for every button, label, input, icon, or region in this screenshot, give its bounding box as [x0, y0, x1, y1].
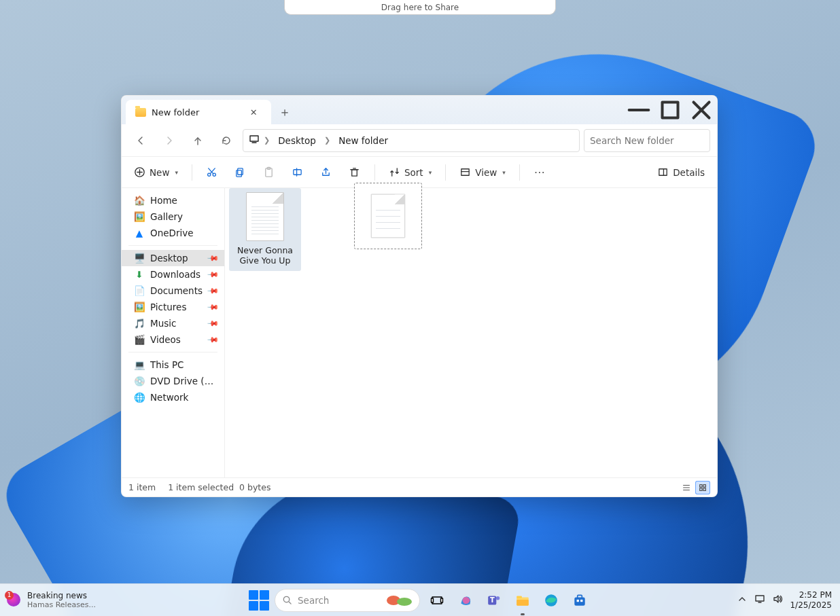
news-headline: Breaking news: [27, 591, 96, 600]
system-tray[interactable]: [737, 594, 783, 606]
cloud-icon: ▲: [134, 228, 145, 238]
chevron-down-icon: ▾: [502, 169, 506, 176]
breadcrumb[interactable]: ❯ Desktop ❯ New folder: [243, 129, 580, 152]
paste-button[interactable]: [256, 161, 282, 184]
back-button[interactable]: [128, 128, 153, 153]
file-item[interactable]: Never Gonna Give You Up: [229, 188, 301, 271]
details-view-toggle[interactable]: [679, 481, 694, 494]
chevron-right-icon[interactable]: ❯: [323, 136, 332, 145]
pc-icon: 💻: [134, 359, 145, 370]
maximize-button[interactable]: [654, 96, 686, 124]
videos-icon: 🎬: [134, 334, 145, 345]
network-icon: 🌐: [134, 392, 145, 403]
status-item-count: 1 item: [128, 482, 156, 492]
desktop-icon: 🖥️: [134, 253, 145, 264]
window-tab[interactable]: New folder ✕: [126, 100, 271, 124]
svg-rect-28: [659, 169, 667, 175]
minimize-button[interactable]: [623, 96, 654, 124]
chevron-down-icon: ▾: [429, 169, 432, 176]
sidebar-item-thispc[interactable]: 💻This PC: [122, 357, 224, 373]
search-input[interactable]: [590, 135, 706, 146]
sort-button[interactable]: Sort ▾: [382, 161, 438, 184]
news-subhead: Hamas Releases...: [27, 600, 96, 609]
pin-icon: 📌: [206, 251, 219, 264]
sidebar-item-home[interactable]: 🏠Home: [122, 192, 224, 209]
folder-icon: [135, 108, 146, 117]
svg-text:T: T: [490, 596, 495, 604]
delete-button[interactable]: [342, 161, 368, 184]
news-badge: 1: [5, 591, 14, 600]
file-explorer-button[interactable]: [511, 589, 534, 612]
taskbar-search[interactable]: Search: [275, 589, 420, 612]
store-button[interactable]: [568, 589, 591, 612]
cut-button[interactable]: [199, 161, 225, 184]
svg-rect-23: [352, 170, 357, 176]
sidebar-item-dvd[interactable]: 💿DVD Drive (D:) CCCC: [122, 373, 224, 389]
copilot-button[interactable]: [454, 589, 477, 612]
tray-overflow-icon[interactable]: [737, 594, 748, 606]
taskbar: 1 Breaking news Hamas Releases... Search…: [0, 583, 840, 616]
chevron-right-icon[interactable]: ❯: [262, 136, 271, 145]
sidebar-item-onedrive[interactable]: ▲OneDrive: [122, 225, 224, 241]
more-button[interactable]: ⋯: [527, 161, 553, 184]
breadcrumb-current[interactable]: New folder: [334, 134, 392, 147]
forward-button[interactable]: [157, 128, 181, 153]
icons-view-toggle[interactable]: [695, 481, 710, 494]
volume-icon[interactable]: [772, 594, 783, 606]
svg-rect-16: [238, 168, 243, 175]
search-icon: [282, 595, 292, 605]
sidebar-item-videos[interactable]: 🎬Videos📌: [122, 331, 224, 348]
pin-icon: 📌: [206, 284, 219, 297]
teams-button[interactable]: T: [483, 589, 506, 612]
svg-rect-36: [703, 488, 706, 490]
view-button[interactable]: View ▾: [453, 161, 512, 184]
network-icon[interactable]: [754, 594, 765, 606]
svg-rect-43: [441, 598, 443, 602]
refresh-button[interactable]: [214, 128, 239, 153]
sidebar-item-music[interactable]: 🎵Music📌: [122, 315, 224, 331]
text-file-icon: [371, 194, 405, 238]
svg-rect-26: [461, 169, 469, 175]
svg-marker-57: [774, 596, 778, 602]
file-list[interactable]: Never Gonna Give You Up: [225, 188, 717, 477]
copy-button[interactable]: [228, 161, 253, 184]
edge-button[interactable]: [540, 589, 563, 612]
monitor-icon: [249, 134, 260, 147]
svg-line-38: [289, 602, 291, 604]
disc-icon: 💿: [134, 376, 145, 386]
share-drop-target[interactable]: Drag here to Share: [284, 0, 556, 15]
details-pane-button[interactable]: Details: [650, 161, 712, 184]
sidebar-item-pictures[interactable]: 🖼️Pictures📌: [122, 299, 224, 315]
close-button[interactable]: [686, 96, 717, 124]
sidebar-item-gallery[interactable]: 🖼️Gallery: [122, 209, 224, 225]
new-button[interactable]: New ▾: [127, 161, 185, 184]
news-icon: 1: [7, 593, 22, 608]
breadcrumb-desktop[interactable]: Desktop: [274, 134, 320, 147]
pin-icon: 📌: [206, 300, 219, 313]
rename-button[interactable]: [285, 161, 311, 184]
sidebar-item-network[interactable]: 🌐Network: [122, 389, 224, 405]
start-button[interactable]: [249, 590, 269, 611]
svg-point-46: [496, 596, 500, 600]
up-button[interactable]: [186, 128, 210, 153]
sidebar-item-documents[interactable]: 📄Documents📌: [122, 283, 224, 299]
text-file-icon: [246, 192, 284, 241]
sidebar-item-downloads[interactable]: ⬇Downloads📌: [122, 266, 224, 283]
clock[interactable]: 2:52 PM 1/25/2025: [790, 590, 832, 610]
sidebar-item-desktop[interactable]: 🖥️Desktop📌: [122, 250, 224, 266]
svg-rect-1: [663, 103, 678, 118]
svg-rect-20: [294, 170, 301, 175]
search-flair-icon: [385, 594, 413, 607]
file-name: Never Gonna Give You Up: [230, 245, 300, 266]
pin-icon: 📌: [206, 333, 219, 346]
task-view-button[interactable]: [425, 589, 449, 612]
svg-rect-5: [250, 136, 258, 141]
share-button[interactable]: [313, 161, 339, 184]
titlebar[interactable]: New folder ✕ ＋: [122, 96, 717, 124]
status-selected: 1 item selected 0 bytes: [168, 482, 270, 492]
tab-close-button[interactable]: ✕: [245, 107, 262, 117]
new-tab-button[interactable]: ＋: [271, 100, 298, 124]
search-box[interactable]: [584, 129, 710, 152]
document-icon: 📄: [134, 285, 145, 296]
news-widget[interactable]: 1 Breaking news Hamas Releases...: [7, 591, 96, 609]
